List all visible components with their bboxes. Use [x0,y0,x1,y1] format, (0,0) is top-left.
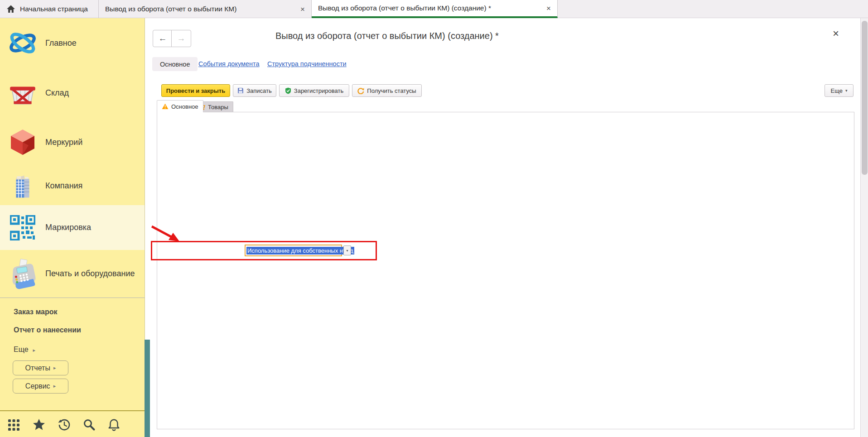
sidebar-item-kompaniya[interactable]: Компания [0,167,145,205]
page-title: Вывод из оборота (отчет о выбытии КМ) (с… [275,31,499,41]
sidebar-item-sklad[interactable]: Склад [0,68,145,118]
forward-button[interactable]: → [171,30,191,47]
swirl-logo-icon [0,28,45,58]
more-actions-button[interactable]: Еще▾ [825,84,854,97]
tab-document-new-active[interactable]: Вывод из оборота (отчет о выбытии КМ) (с… [312,0,558,18]
basket-icon [0,78,45,108]
favorites-star-icon[interactable] [31,417,47,433]
warning-triangle-icon [162,103,169,110]
selected-text: Использование для собственных нужд [246,247,354,255]
top-tab-bar: Начальная страница Вывод из оборота (отч… [0,0,868,18]
green-shield-icon [285,87,291,94]
chevron-right-icon: ▸ [53,365,56,371]
get-statuses-button[interactable]: Получить статусы [352,84,422,97]
chevron-right-icon: ▸ [33,347,36,353]
sidebar-toolbar-divider [0,410,145,411]
chevron-down-icon: ▾ [845,88,848,93]
sidebar-service-button[interactable]: Сервис▸ [13,379,68,394]
tab-home-label: Начальная страница [20,5,88,13]
sidebar-more-button[interactable]: Еще▸ [14,346,35,354]
back-button[interactable]: ← [153,30,173,47]
form-panel [157,112,854,429]
app-window: Начальная страница Вывод из оборота (отч… [0,0,868,437]
sidebar-command-zakaz-marok[interactable]: Заказ марок [14,308,58,316]
reason-field-focused[interactable]: Использование для собственных нужд [245,245,342,256]
panel-splitter[interactable] [145,340,150,437]
form-nav-main[interactable]: Основное [152,57,198,71]
home-icon [6,5,15,14]
red-cube-icon [0,128,45,157]
sidebar-item-label: Меркурий [45,138,82,147]
sidebar-item-pechat-i-oborudovanie[interactable]: Печать и оборудование [0,250,145,298]
form-nav-document-events[interactable]: События документа [198,60,260,67]
sidebar-command-otchet-o-nanesenii[interactable]: Отчет о нанесении [14,326,81,334]
history-clock-icon[interactable] [56,417,72,433]
tab-label: Вывод из оборота (отчет о выбытии КМ) (с… [318,4,491,12]
post-and-close-button[interactable]: Провести и закрыть [161,84,230,97]
chevron-right-icon: ▸ [53,383,56,389]
forward-arrow-icon: → [177,34,186,43]
back-arrow-icon: ← [159,34,167,43]
vertical-scrollbar[interactable] [860,18,868,437]
annotation-arrow-icon [149,224,182,245]
sidebar-item-label: Склад [45,88,69,98]
sidebar-item-markirovka-active[interactable]: Маркировка [0,205,145,250]
close-icon[interactable]: × [833,28,839,39]
form-nav-subordination-structure[interactable]: Структура подчиненности [267,60,347,67]
scrollbar-thumb[interactable] [862,21,868,175]
notifications-bell-icon[interactable] [106,417,122,433]
sidebar-divider [0,298,145,298]
tab-osnovnoe[interactable]: Основное [157,100,203,112]
register-button[interactable]: Зарегистрировать [279,84,349,97]
save-button[interactable]: Записать [233,84,276,97]
close-icon[interactable]: × [295,5,305,13]
building-icon [0,173,45,199]
chevron-down-icon[interactable]: ▾ [343,245,351,255]
tab-document-list[interactable]: Вывод из оборота (отчет о выбытии КМ) × [99,0,312,18]
refresh-arrows-icon [357,87,364,94]
section-sidebar: Главное Склад [0,18,145,437]
close-icon[interactable]: × [541,5,551,12]
sidebar-item-glavnoe[interactable]: Главное [0,18,145,68]
tab-home[interactable]: Начальная страница [0,0,99,18]
sidebar-reports-button[interactable]: Отчеты▸ [13,360,68,375]
sidebar-item-label: Главное [45,38,77,48]
tab-label: Вывод из оборота (отчет о выбытии КМ) [105,5,236,13]
sidebar-item-label: Печать и оборудование [45,269,135,279]
sidebar-item-label: Компания [45,181,82,191]
search-magnifier-icon[interactable] [81,417,97,433]
pos-terminal-icon [0,258,45,290]
sidebar-item-label: Маркировка [45,223,91,232]
floppy-disk-icon [237,87,244,94]
sidebar-item-merkuriy[interactable]: Меркурий [0,118,145,167]
qr-code-icon [0,215,45,240]
apps-grid-icon[interactable] [5,417,22,433]
